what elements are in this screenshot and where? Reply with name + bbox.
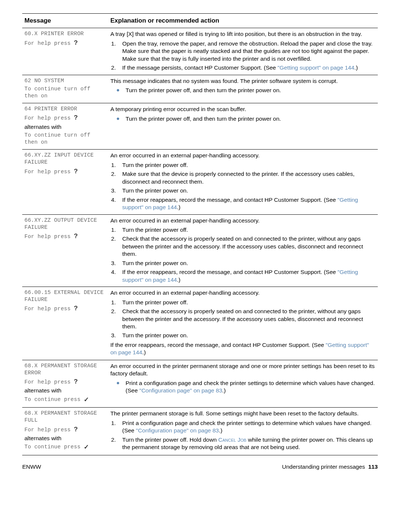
message-cell: 66.XY.ZZ OUTPUT DEVICE FAILURE For help … <box>22 214 108 287</box>
help-icon: ? <box>74 378 78 385</box>
messages-table: Message Explanation or recommended actio… <box>22 13 378 455</box>
explanation-intro: An error occurred in an external paper-h… <box>110 152 376 159</box>
list-item: ● Print a configuration page and check t… <box>110 379 376 395</box>
link-cancel-job[interactable]: Cancel Job <box>218 436 246 443</box>
alternates-label: alternates with <box>24 435 106 442</box>
table-row: 68.X PERMANENT STORAGE FULL For help pre… <box>22 408 378 455</box>
list-item: 1. Print a configuration page and check … <box>110 419 376 435</box>
explanation-intro: An error occurred in an external paper-h… <box>110 289 376 297</box>
help-icon: ? <box>74 114 78 121</box>
explanation-cell: An error occurred in an external paper-h… <box>108 287 378 360</box>
check-icon: ✓ <box>84 444 89 451</box>
printer-message-text: 66.00.15 EXTERNAL DEVICE FAILURE <box>24 289 106 303</box>
printer-message-text: 64 PRINTER ERROR <box>24 106 106 113</box>
page-footer: ENWW Understanding printer messages 113 <box>22 464 378 470</box>
explanation-cell: An error occurred in the printer permane… <box>108 360 378 408</box>
message-cell: 60.X PRINTER ERROR For help press ? <box>22 28 108 75</box>
bullet-icon: ● <box>116 87 120 94</box>
alternates-label: alternates with <box>24 387 106 394</box>
list-item: 1.Turn the printer power off. <box>110 225 376 234</box>
continue-line: To continue turn off then on <box>24 86 106 100</box>
link-configuration-page[interactable]: "Configuration page" on page 83 <box>136 427 219 434</box>
explanation-intro: A tray [X] that was opened or filled is … <box>110 30 376 38</box>
list-item: 2.Make sure that the device is properly … <box>110 170 376 186</box>
help-icon: ? <box>74 305 78 312</box>
footer-left: ENWW <box>22 464 41 470</box>
list-item: 2.Check that the accessory is properly s… <box>110 234 376 258</box>
bullet-icon: ● <box>116 115 120 123</box>
table-row: 68.X PERMANENT STORAGE ERROR For help pr… <box>22 360 378 408</box>
printer-message-text: 62 NO SYSTEM <box>24 77 106 84</box>
for-help-line: For help press ? <box>24 304 106 312</box>
help-icon: ? <box>74 232 78 240</box>
message-cell: 66.XY.ZZ INPUT DEVICE FAILURE For help p… <box>22 150 108 214</box>
for-help-line: For help press ? <box>24 232 106 240</box>
alternates-label: alternates with <box>24 123 106 131</box>
explanation-cell: An error occurred in an external paper-h… <box>108 150 378 214</box>
continue-press-line: To continue press ✓ <box>24 396 106 404</box>
explanation-cell: This message indicates that no system wa… <box>108 75 378 103</box>
explanation-intro: An error occurred in the printer permane… <box>110 362 376 378</box>
list-item: ● Turn the printer power off, and then t… <box>110 114 376 123</box>
list-item: 3.Turn the printer power on. <box>110 186 376 195</box>
table-row: 64 PRINTER ERROR For help press ? altern… <box>22 103 378 150</box>
printer-message-text: 68.X PERMANENT STORAGE FULL <box>24 410 106 424</box>
check-icon: ✓ <box>84 396 89 403</box>
list-item: 2. If the message persists, contact HP C… <box>110 63 376 72</box>
list-item: ● Turn the printer power off, and then t… <box>110 86 376 95</box>
for-help-line: For help press ? <box>24 425 106 434</box>
list-item: 2. Turn the printer power off. Hold down… <box>110 435 376 452</box>
list-item: 4. If the error reappears, record the me… <box>110 195 376 212</box>
bullet-icon: ● <box>116 379 120 395</box>
explanation-cell: An error occurred in an external paper-h… <box>108 214 378 287</box>
list-item: 4. If the error reappears, record the me… <box>110 268 376 284</box>
table-row: 60.X PRINTER ERROR For help press ? A tr… <box>22 28 378 75</box>
table-row: 66.XY.ZZ OUTPUT DEVICE FAILURE For help … <box>22 214 378 287</box>
col-header-message: Message <box>22 14 108 28</box>
printer-message-text: 66.XY.ZZ INPUT DEVICE FAILURE <box>24 152 106 166</box>
col-header-explanation: Explanation or recommended action <box>108 14 378 28</box>
printer-message-text: 66.XY.ZZ OUTPUT DEVICE FAILURE <box>24 217 106 231</box>
list-item: 1. Open the tray, remove the paper, and … <box>110 39 376 63</box>
message-cell: 68.X PERMANENT STORAGE FULL For help pre… <box>22 408 108 455</box>
for-help-line: For help press ? <box>24 167 106 175</box>
help-icon: ? <box>74 39 78 46</box>
explanation-intro: This message indicates that no system wa… <box>110 77 376 85</box>
for-help-line: For help press ? <box>24 114 106 122</box>
list-item: 1.Turn the printer power off. <box>110 298 376 307</box>
printer-message-text: 60.X PRINTER ERROR <box>24 30 106 37</box>
continue-press-line: To continue press ✓ <box>24 443 106 451</box>
message-cell: 68.X PERMANENT STORAGE ERROR For help pr… <box>22 360 108 408</box>
table-row: 66.XY.ZZ INPUT DEVICE FAILURE For help p… <box>22 150 378 214</box>
table-header-row: Message Explanation or recommended actio… <box>22 14 378 28</box>
printer-message-text: 68.X PERMANENT STORAGE ERROR <box>24 362 106 377</box>
explanation-tail: If the error reappears, record the messa… <box>110 341 376 357</box>
message-cell: 66.00.15 EXTERNAL DEVICE FAILURE For hel… <box>22 287 108 360</box>
link-getting-support[interactable]: "Getting support" on page 144 <box>277 64 354 71</box>
explanation-intro: An error occurred in an external paper-h… <box>110 217 376 224</box>
help-icon: ? <box>74 426 78 433</box>
explanation-intro: The printer permanent storage is full. S… <box>110 410 376 417</box>
message-cell: 62 NO SYSTEM To continue turn off then o… <box>22 75 108 103</box>
list-item: 1.Turn the printer power off. <box>110 161 376 170</box>
explanation-cell: A temporary printing error occurred in t… <box>108 103 378 150</box>
table-row: 62 NO SYSTEM To continue turn off then o… <box>22 75 378 103</box>
message-cell: 64 PRINTER ERROR For help press ? altern… <box>22 103 108 150</box>
link-configuration-page[interactable]: "Configuration page" on page 83 <box>139 387 222 394</box>
list-item: 3.Turn the printer power on. <box>110 259 376 268</box>
for-help-line: For help press ? <box>24 378 106 386</box>
continue-line: To continue turn off then on <box>24 132 106 146</box>
help-icon: ? <box>74 168 78 175</box>
list-item: 3.Turn the printer power on. <box>110 331 376 340</box>
page-container: Message Explanation or recommended actio… <box>0 0 400 482</box>
explanation-cell: The printer permanent storage is full. S… <box>108 408 378 455</box>
explanation-cell: A tray [X] that was opened or filled is … <box>108 28 378 75</box>
explanation-intro: A temporary printing error occurred in t… <box>110 106 376 113</box>
footer-right: Understanding printer messages 113 <box>282 464 378 470</box>
for-help-line: For help press ? <box>24 39 106 47</box>
list-item: 2.Check that the accessory is properly s… <box>110 307 376 331</box>
table-row: 66.00.15 EXTERNAL DEVICE FAILURE For hel… <box>22 287 378 360</box>
